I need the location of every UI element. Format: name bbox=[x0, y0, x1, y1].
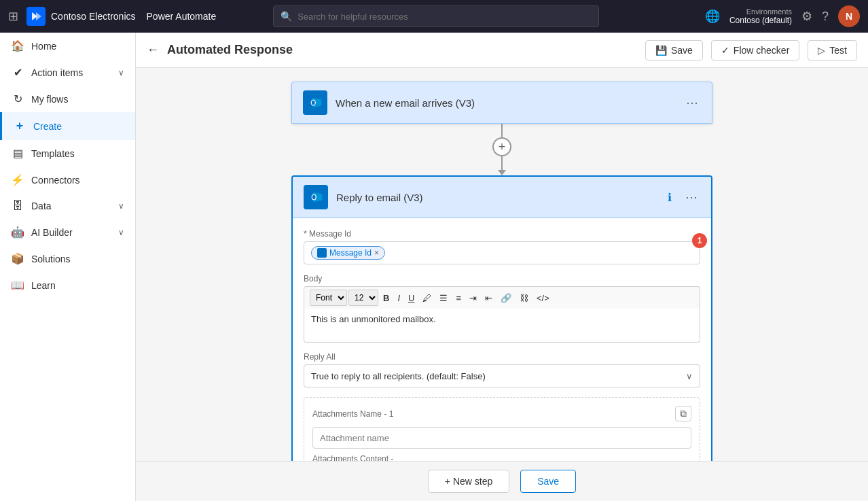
save-button[interactable]: 💾 Save bbox=[645, 40, 703, 61]
underline-button[interactable]: U bbox=[405, 290, 418, 306]
sidebar-label-home: Home bbox=[31, 41, 124, 52]
sidebar-item-action-items[interactable]: ✔ Action items ∨ bbox=[0, 59, 135, 86]
test-button[interactable]: ▷ Test bbox=[808, 40, 857, 61]
step-connector: + bbox=[492, 124, 511, 175]
svg-point-6 bbox=[312, 195, 316, 199]
message-id-token-close[interactable]: × bbox=[374, 248, 379, 258]
home-icon: 🏠 bbox=[11, 39, 24, 52]
attachment-name-input[interactable] bbox=[312, 427, 691, 449]
trigger-step-header[interactable]: When a new email arrives (V3) ⋯ bbox=[291, 82, 712, 124]
learn-icon: 📖 bbox=[11, 279, 24, 292]
sidebar-item-data[interactable]: 🗄 Data ∨ bbox=[0, 193, 135, 219]
action-step-card: Reply to email (V3) ℹ ⋯ * Message Id Mes… bbox=[291, 175, 712, 461]
sidebar-item-learn[interactable]: 📖 Learn bbox=[0, 272, 135, 298]
ai-builder-icon: 🤖 bbox=[11, 226, 24, 239]
attachments-content-label: Attachments Content - 1 bbox=[312, 454, 691, 461]
ordered-list-button[interactable]: ≡ bbox=[452, 290, 465, 306]
message-id-row: * Message Id Message Id × 1 bbox=[304, 229, 700, 264]
search-bar[interactable]: 🔍 bbox=[273, 5, 599, 27]
trigger-step-card: When a new email arrives (V3) ⋯ bbox=[291, 82, 712, 124]
body-editor[interactable]: This is an unmonitored mailbox. bbox=[304, 309, 700, 343]
settings-icon[interactable]: ⚙ bbox=[801, 9, 812, 24]
editor-toolbar: Font 12 B I U 🖊 ☰ ≡ ⇥ ⇤ bbox=[304, 286, 700, 309]
sidebar-label-action-items: Action items bbox=[31, 67, 111, 78]
reply-all-select[interactable]: True to reply to all recipients. (defaul… bbox=[304, 364, 700, 387]
sidebar-item-my-flows[interactable]: ↻ My flows bbox=[0, 86, 135, 112]
italic-button[interactable]: I bbox=[394, 290, 403, 306]
copy-button[interactable]: ⧉ bbox=[675, 406, 691, 421]
flow-checker-icon: ✓ bbox=[721, 45, 729, 56]
save-label: Save bbox=[671, 45, 693, 56]
action-step-header[interactable]: Reply to email (V3) ℹ ⋯ bbox=[293, 177, 711, 218]
outlook-icon bbox=[308, 95, 323, 110]
create-icon: + bbox=[13, 119, 26, 133]
bullet-list-button[interactable]: ☰ bbox=[436, 290, 451, 306]
flow-title: Automated Response bbox=[167, 43, 637, 57]
attachment-name-field bbox=[312, 427, 691, 449]
svg-point-3 bbox=[312, 101, 315, 105]
body-row: Body Font 12 B I U 🖊 ☰ bbox=[304, 274, 700, 343]
outdent-button[interactable]: ⇤ bbox=[482, 290, 496, 306]
sidebar-item-solutions[interactable]: 📦 Solutions bbox=[0, 245, 135, 272]
chevron-down-icon-reply: ∨ bbox=[686, 371, 693, 381]
connectors-icon: ⚡ bbox=[11, 173, 24, 186]
font-select[interactable]: Font bbox=[310, 290, 347, 306]
bottom-save-button[interactable]: Save bbox=[520, 470, 576, 493]
chevron-down-icon: ∨ bbox=[118, 68, 124, 77]
sidebar-label-learn: Learn bbox=[31, 280, 124, 291]
trigger-menu-button[interactable]: ⋯ bbox=[683, 92, 701, 113]
highlight-button[interactable]: 🖊 bbox=[419, 290, 435, 306]
flow-checker-button[interactable]: ✓ Flow checker bbox=[711, 40, 799, 61]
env-label: Environments bbox=[746, 7, 792, 16]
sidebar-item-connectors[interactable]: ⚡ Connectors bbox=[0, 167, 135, 193]
action-step-name: Reply to email (V3) bbox=[336, 192, 657, 203]
sidebar-item-home[interactable]: 🏠 Home bbox=[0, 33, 135, 59]
search-input[interactable] bbox=[297, 12, 592, 22]
environment-selector[interactable]: Environments Contoso (default) bbox=[729, 7, 792, 25]
help-icon[interactable]: ? bbox=[822, 10, 829, 24]
app-name: Power Automate bbox=[147, 11, 217, 22]
unlink-button[interactable]: ⛓ bbox=[516, 290, 532, 306]
flow-toolbar: ← Automated Response 💾 Save ✓ Flow check… bbox=[136, 33, 868, 68]
sidebar-label-flows: My flows bbox=[31, 94, 124, 105]
bottom-bar: + New step Save bbox=[136, 461, 868, 501]
app-logo: Contoso Electronics Power Automate bbox=[26, 7, 216, 26]
connector-line-2 bbox=[501, 156, 503, 170]
action-menu-button[interactable]: ⋯ bbox=[683, 187, 700, 207]
message-id-input[interactable]: Message Id × bbox=[304, 241, 700, 264]
message-id-label: * Message Id bbox=[304, 229, 700, 239]
sidebar-item-create[interactable]: + Create bbox=[0, 112, 135, 140]
action-icon-box bbox=[304, 185, 328, 209]
sidebar-label-data: Data bbox=[31, 201, 111, 211]
chevron-down-icon-data: ∨ bbox=[118, 201, 124, 211]
solutions-icon: 📦 bbox=[11, 252, 24, 265]
top-navigation: ⊞ Contoso Electronics Power Automate 🔍 🌐… bbox=[0, 0, 868, 33]
attachments-header: Attachments Name - 1 ⧉ bbox=[312, 406, 691, 421]
sidebar-item-ai-builder[interactable]: 🤖 AI Builder ∨ bbox=[0, 219, 135, 245]
sidebar-label-templates: Templates bbox=[31, 148, 124, 159]
user-avatar[interactable]: N bbox=[838, 5, 860, 27]
trigger-icon-box bbox=[303, 90, 327, 115]
sidebar-item-templates[interactable]: ▤ Templates bbox=[0, 140, 135, 167]
company-name: Contoso Electronics bbox=[51, 11, 136, 22]
attachments-name-label: Attachments Name - 1 bbox=[312, 409, 393, 419]
env-name: Contoso (default) bbox=[729, 16, 792, 25]
connector-arrow bbox=[498, 170, 506, 175]
indent-button[interactable]: ⇥ bbox=[466, 290, 480, 306]
info-button[interactable]: ℹ bbox=[665, 188, 674, 207]
action-body: * Message Id Message Id × 1 Body bbox=[293, 218, 711, 461]
new-step-button[interactable]: + New step bbox=[428, 470, 509, 493]
back-button[interactable]: ← bbox=[147, 43, 159, 57]
body-label: Body bbox=[304, 274, 700, 283]
trigger-step-name: When a new email arrives (V3) bbox=[336, 97, 675, 109]
reply-all-value: True to reply to all recipients. (defaul… bbox=[311, 371, 686, 381]
add-step-button[interactable]: + bbox=[492, 137, 511, 156]
font-size-select[interactable]: 12 bbox=[348, 290, 378, 306]
grid-icon[interactable]: ⊞ bbox=[8, 9, 18, 24]
test-icon: ▷ bbox=[818, 45, 825, 56]
bold-button[interactable]: B bbox=[380, 290, 393, 306]
code-button[interactable]: </> bbox=[533, 290, 553, 306]
link-button[interactable]: 🔗 bbox=[497, 290, 515, 306]
attachments-section: Attachments Name - 1 ⧉ Attachments Conte… bbox=[304, 397, 700, 461]
flow-checker-label: Flow checker bbox=[734, 45, 789, 56]
